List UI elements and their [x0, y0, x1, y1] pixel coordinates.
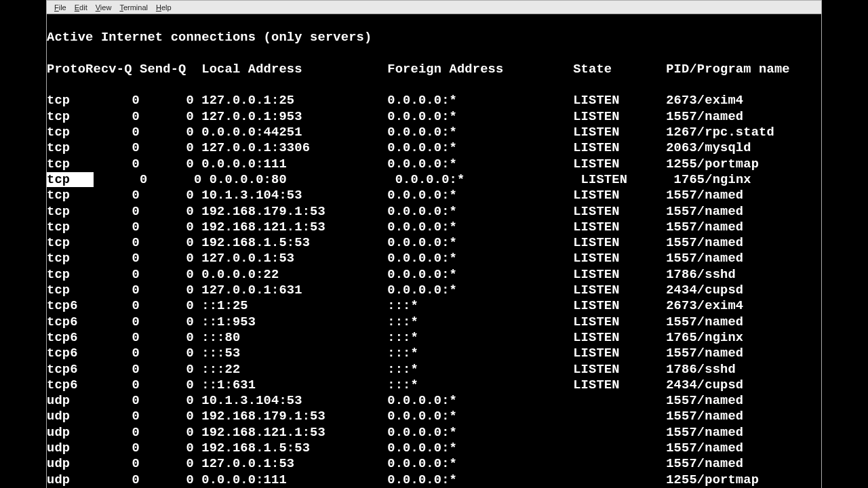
search-highlight: tcp [47, 172, 94, 187]
connection-row: tcp 0 0 127.0.0.1:3306 0.0.0.0:* LISTEN … [47, 140, 821, 156]
connection-row: udp 0 0 127.0.0.1:53 0.0.0.0:* 1557/name… [47, 456, 821, 472]
connection-row: tcp 0 0 192.168.179.1:53 0.0.0.0:* LISTE… [47, 204, 821, 220]
connection-row: tcp 0 0 0.0.0.0:44251 0.0.0.0:* LISTEN 1… [47, 125, 821, 140]
connection-row: udp 0 0 192.168.179.1:53 0.0.0.0:* 1557/… [47, 409, 821, 424]
connection-row: tcp6 0 0 :::53 :::* LISTEN 1557/named [47, 346, 821, 361]
column-headers: ProtoRecv-Q Send-Q Local Address Foreign… [47, 62, 821, 77]
connection-row: tcp6 0 0 ::1:631 :::* LISTEN 2434/cupsd [47, 378, 821, 393]
terminal-output[interactable]: Active Internet connections (only server… [47, 14, 821, 488]
connection-row: tcp 0 0 0.0.0.0:80 0.0.0.0:* LISTEN 1765… [47, 172, 821, 188]
connection-row: tcp6 0 0 :::80 :::* LISTEN 1765/nginx [47, 330, 821, 346]
menu-view[interactable]: View [92, 2, 116, 13]
connection-row: tcp 0 0 127.0.0.1:631 0.0.0.0:* LISTEN 2… [47, 283, 821, 298]
connection-row: tcp 0 0 0.0.0.0:111 0.0.0.0:* LISTEN 125… [47, 157, 821, 172]
connection-row: tcp 0 0 192.168.121.1:53 0.0.0.0:* LISTE… [47, 220, 821, 235]
connection-row: tcp 0 0 127.0.0.1:953 0.0.0.0:* LISTEN 1… [47, 109, 821, 125]
connection-row: tcp 0 0 0.0.0.0:22 0.0.0.0:* LISTEN 1786… [47, 267, 821, 283]
output-title: Active Internet connections (only server… [47, 30, 821, 45]
connection-row: tcp6 0 0 ::1:25 :::* LISTEN 2673/exim4 [47, 298, 821, 314]
menu-edit[interactable]: Edit [71, 2, 92, 13]
connection-row: udp 0 0 10.1.3.104:53 0.0.0.0:* 1557/nam… [47, 393, 821, 409]
menubar: File Edit View Terminal Help [47, 1, 821, 14]
connection-row: tcp 0 0 127.0.0.1:25 0.0.0.0:* LISTEN 26… [47, 93, 821, 108]
connection-row: tcp 0 0 192.168.1.5:53 0.0.0.0:* LISTEN … [47, 235, 821, 251]
connection-row: tcp 0 0 127.0.0.1:53 0.0.0.0:* LISTEN 15… [47, 251, 821, 266]
connection-row: tcp6 0 0 :::22 :::* LISTEN 1786/sshd [47, 362, 821, 378]
menu-file[interactable]: File [50, 2, 71, 13]
menu-terminal[interactable]: Terminal [115, 2, 152, 13]
connection-row: tcp 0 0 10.1.3.104:53 0.0.0.0:* LISTEN 1… [47, 188, 821, 203]
connection-row: tcp6 0 0 ::1:953 :::* LISTEN 1557/named [47, 314, 821, 330]
menu-help[interactable]: Help [152, 2, 176, 13]
terminal-window: File Edit View Terminal Help Active Inte… [46, 0, 822, 488]
connection-row: udp 0 0 192.168.1.5:53 0.0.0.0:* 1557/na… [47, 441, 821, 456]
connection-row: udp 0 0 0.0.0.0:111 0.0.0.0:* 1255/portm… [47, 472, 821, 488]
connection-row: udp 0 0 192.168.121.1:53 0.0.0.0:* 1557/… [47, 425, 821, 441]
